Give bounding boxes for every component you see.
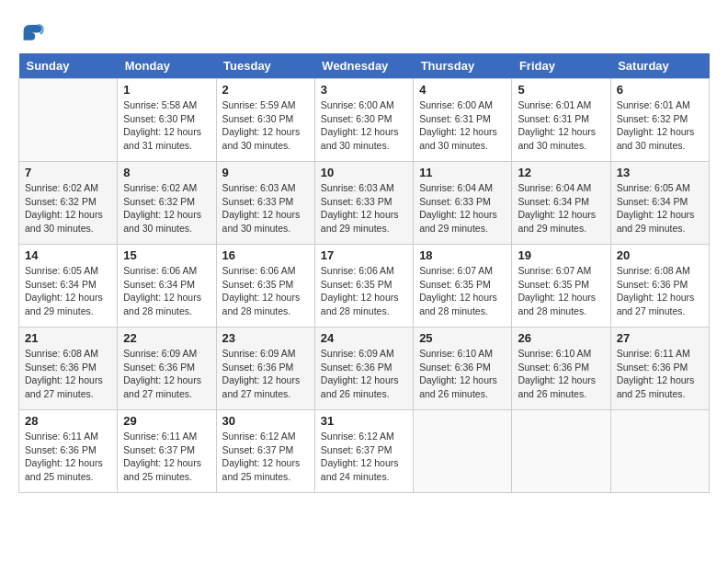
day-info: Sunrise: 6:04 AMSunset: 6:33 PMDaylight:… — [419, 181, 506, 236]
day-info: Sunrise: 6:11 AMSunset: 6:36 PMDaylight:… — [617, 347, 703, 401]
calendar-day-cell: 14Sunrise: 6:05 AMSunset: 6:34 PMDayligh… — [19, 245, 118, 327]
day-info: Sunrise: 6:11 AMSunset: 6:37 PMDaylight:… — [123, 430, 210, 484]
weekday-header-sunday: Sunday — [19, 53, 118, 79]
day-info: Sunrise: 6:04 AMSunset: 6:34 PMDaylight:… — [518, 181, 604, 236]
calendar-day-cell: 12Sunrise: 6:04 AMSunset: 6:34 PMDayligh… — [512, 162, 610, 245]
day-number: 21 — [25, 331, 111, 345]
day-info: Sunrise: 6:06 AMSunset: 6:34 PMDaylight:… — [123, 264, 210, 318]
day-info: Sunrise: 6:10 AMSunset: 6:36 PMDaylight:… — [518, 347, 604, 401]
logo-icon — [18, 18, 44, 44]
day-number: 22 — [123, 331, 210, 345]
calendar-day-cell: 31Sunrise: 6:12 AMSunset: 6:37 PMDayligh… — [314, 410, 413, 493]
calendar-week-row: 21Sunrise: 6:08 AMSunset: 6:36 PMDayligh… — [19, 327, 710, 410]
weekday-header-wednesday: Wednesday — [314, 53, 413, 79]
day-number: 5 — [518, 83, 604, 97]
day-number: 31 — [321, 414, 407, 428]
day-number: 12 — [518, 166, 604, 179]
day-number: 10 — [321, 166, 407, 179]
calendar-day-cell — [512, 410, 610, 493]
calendar-day-cell: 27Sunrise: 6:11 AMSunset: 6:36 PMDayligh… — [610, 327, 709, 410]
calendar-week-row: 28Sunrise: 6:11 AMSunset: 6:36 PMDayligh… — [19, 410, 710, 493]
day-number: 25 — [419, 331, 506, 345]
calendar-week-row: 7Sunrise: 6:02 AMSunset: 6:32 PMDaylight… — [19, 162, 710, 245]
day-info: Sunrise: 6:09 AMSunset: 6:36 PMDaylight:… — [321, 347, 407, 401]
calendar-day-cell: 1Sunrise: 5:58 AMSunset: 6:30 PMDaylight… — [118, 79, 216, 162]
day-number: 14 — [25, 248, 111, 262]
day-info: Sunrise: 6:00 AMSunset: 6:30 PMDaylight:… — [321, 98, 407, 153]
calendar-day-cell: 24Sunrise: 6:09 AMSunset: 6:36 PMDayligh… — [314, 327, 413, 410]
day-number: 11 — [419, 166, 506, 179]
day-number: 6 — [617, 83, 703, 97]
calendar-day-cell: 23Sunrise: 6:09 AMSunset: 6:36 PMDayligh… — [216, 327, 314, 410]
day-number: 15 — [123, 248, 210, 262]
day-number: 30 — [222, 414, 309, 428]
day-info: Sunrise: 6:06 AMSunset: 6:35 PMDaylight:… — [321, 264, 407, 318]
day-number: 7 — [25, 166, 111, 179]
calendar-day-cell: 2Sunrise: 5:59 AMSunset: 6:30 PMDaylight… — [216, 79, 314, 162]
calendar-week-row: 1Sunrise: 5:58 AMSunset: 6:30 PMDaylight… — [19, 79, 710, 162]
calendar-table: SundayMondayTuesdayWednesdayThursdayFrid… — [18, 53, 710, 493]
calendar-day-cell — [19, 79, 118, 162]
day-info: Sunrise: 6:01 AMSunset: 6:32 PMDaylight:… — [617, 98, 703, 153]
page-header — [18, 18, 710, 44]
calendar-day-cell: 8Sunrise: 6:02 AMSunset: 6:32 PMDaylight… — [118, 162, 216, 245]
day-number: 16 — [222, 248, 309, 262]
day-info: Sunrise: 5:58 AMSunset: 6:30 PMDaylight:… — [123, 98, 210, 153]
day-number: 29 — [123, 414, 210, 428]
calendar-day-cell: 21Sunrise: 6:08 AMSunset: 6:36 PMDayligh… — [19, 327, 118, 410]
calendar-day-cell: 6Sunrise: 6:01 AMSunset: 6:32 PMDaylight… — [610, 79, 709, 162]
calendar-day-cell: 3Sunrise: 6:00 AMSunset: 6:30 PMDaylight… — [314, 79, 413, 162]
calendar-day-cell: 30Sunrise: 6:12 AMSunset: 6:37 PMDayligh… — [216, 410, 314, 493]
day-number: 24 — [321, 331, 407, 345]
day-info: Sunrise: 6:08 AMSunset: 6:36 PMDaylight:… — [25, 347, 111, 401]
calendar-day-cell: 11Sunrise: 6:04 AMSunset: 6:33 PMDayligh… — [414, 162, 512, 245]
day-info: Sunrise: 6:12 AMSunset: 6:37 PMDaylight:… — [222, 430, 309, 484]
calendar-day-cell: 4Sunrise: 6:00 AMSunset: 6:31 PMDaylight… — [414, 79, 512, 162]
day-info: Sunrise: 6:10 AMSunset: 6:36 PMDaylight:… — [419, 347, 506, 401]
day-number: 1 — [123, 83, 210, 97]
day-number: 2 — [222, 83, 309, 97]
day-info: Sunrise: 6:07 AMSunset: 6:35 PMDaylight:… — [419, 264, 506, 318]
day-info: Sunrise: 6:01 AMSunset: 6:31 PMDaylight:… — [518, 98, 604, 153]
day-info: Sunrise: 6:12 AMSunset: 6:37 PMDaylight:… — [321, 430, 407, 484]
day-info: Sunrise: 6:09 AMSunset: 6:36 PMDaylight:… — [222, 347, 309, 401]
day-number: 4 — [419, 83, 506, 97]
day-number: 13 — [617, 166, 703, 179]
day-number: 3 — [321, 83, 407, 97]
calendar-day-cell: 26Sunrise: 6:10 AMSunset: 6:36 PMDayligh… — [512, 327, 610, 410]
weekday-header-saturday: Saturday — [610, 53, 709, 79]
calendar-week-row: 14Sunrise: 6:05 AMSunset: 6:34 PMDayligh… — [19, 245, 710, 327]
weekday-header-thursday: Thursday — [414, 53, 512, 79]
day-info: Sunrise: 6:03 AMSunset: 6:33 PMDaylight:… — [222, 181, 309, 236]
calendar-day-cell: 7Sunrise: 6:02 AMSunset: 6:32 PMDaylight… — [19, 162, 118, 245]
day-number: 17 — [321, 248, 407, 262]
day-number: 19 — [518, 248, 604, 262]
day-number: 26 — [518, 331, 604, 345]
logo — [18, 18, 48, 44]
day-number: 8 — [123, 166, 210, 179]
day-info: Sunrise: 6:06 AMSunset: 6:35 PMDaylight:… — [222, 264, 309, 318]
day-number: 9 — [222, 166, 309, 179]
day-info: Sunrise: 6:05 AMSunset: 6:34 PMDaylight:… — [617, 181, 703, 236]
day-info: Sunrise: 5:59 AMSunset: 6:30 PMDaylight:… — [222, 98, 309, 153]
calendar-day-cell: 16Sunrise: 6:06 AMSunset: 6:35 PMDayligh… — [216, 245, 314, 327]
calendar-day-cell: 22Sunrise: 6:09 AMSunset: 6:36 PMDayligh… — [118, 327, 216, 410]
calendar-day-cell: 18Sunrise: 6:07 AMSunset: 6:35 PMDayligh… — [414, 245, 512, 327]
day-number: 27 — [617, 331, 703, 345]
calendar-day-cell: 10Sunrise: 6:03 AMSunset: 6:33 PMDayligh… — [314, 162, 413, 245]
day-number: 20 — [617, 248, 703, 262]
day-number: 23 — [222, 331, 309, 345]
day-info: Sunrise: 6:02 AMSunset: 6:32 PMDaylight:… — [123, 181, 210, 236]
day-info: Sunrise: 6:03 AMSunset: 6:33 PMDaylight:… — [321, 181, 407, 236]
day-info: Sunrise: 6:08 AMSunset: 6:36 PMDaylight:… — [617, 264, 703, 318]
day-info: Sunrise: 6:00 AMSunset: 6:31 PMDaylight:… — [419, 98, 506, 153]
weekday-header-monday: Monday — [118, 53, 216, 79]
calendar-day-cell: 5Sunrise: 6:01 AMSunset: 6:31 PMDaylight… — [512, 79, 610, 162]
day-info: Sunrise: 6:02 AMSunset: 6:32 PMDaylight:… — [25, 181, 111, 236]
calendar-day-cell: 29Sunrise: 6:11 AMSunset: 6:37 PMDayligh… — [118, 410, 216, 493]
day-info: Sunrise: 6:05 AMSunset: 6:34 PMDaylight:… — [25, 264, 111, 318]
calendar-day-cell: 25Sunrise: 6:10 AMSunset: 6:36 PMDayligh… — [414, 327, 512, 410]
calendar-day-cell: 13Sunrise: 6:05 AMSunset: 6:34 PMDayligh… — [610, 162, 709, 245]
calendar-day-cell: 19Sunrise: 6:07 AMSunset: 6:35 PMDayligh… — [512, 245, 610, 327]
day-number: 18 — [419, 248, 506, 262]
